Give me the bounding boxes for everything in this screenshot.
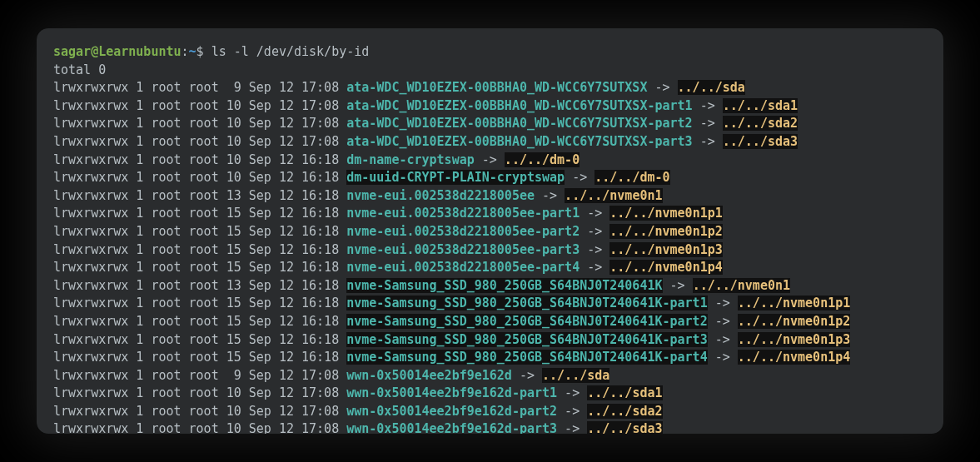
arrow-icon: -> — [565, 170, 594, 185]
command-text — [204, 44, 211, 59]
arrow-icon: -> — [708, 296, 738, 310]
symlink-target: ../../nvme0n1p2 — [609, 224, 722, 239]
file-perms: lrwxrwxrwx 1 root root 13 Sep 12 16:18 — [53, 278, 346, 293]
list-row: lrwxrwxrwx 1 root root 15 Sep 12 16:18 n… — [53, 241, 927, 260]
arrow-icon: -> — [557, 404, 587, 419]
symlink-name: wwn-0x50014ee2bf9e162d-part3 — [346, 421, 557, 434]
list-row: lrwxrwxrwx 1 root root 15 Sep 12 16:18 n… — [53, 349, 927, 367]
arrow-icon: -> — [693, 98, 723, 113]
list-row: lrwxrwxrwx 1 root root 15 Sep 12 16:18 n… — [53, 205, 927, 223]
symlink-name: dm-uuid-CRYPT-PLAIN-cryptswap — [346, 170, 565, 185]
list-row: lrwxrwxrwx 1 root root 10 Sep 12 16:18 d… — [53, 169, 927, 187]
list-row: lrwxrwxrwx 1 root root 15 Sep 12 16:18 n… — [53, 313, 927, 331]
file-perms: lrwxrwxrwx 1 root root 15 Sep 12 16:18 — [53, 260, 346, 275]
arrow-icon: -> — [580, 260, 609, 275]
symlink-target: ../../nvme0n1p4 — [609, 260, 722, 275]
symlink-target: ../../dm-0 — [505, 152, 580, 167]
list-row: lrwxrwxrwx 1 root root 9 Sep 12 17:08 at… — [53, 79, 927, 97]
file-perms: lrwxrwxrwx 1 root root 10 Sep 12 16:18 — [53, 170, 346, 185]
list-row: lrwxrwxrwx 1 root root 10 Sep 12 17:08 a… — [53, 133, 927, 152]
file-perms: lrwxrwxrwx 1 root root 15 Sep 12 16:18 — [53, 224, 346, 239]
symlink-name: nvme-Samsung_SSD_980_250GB_S64BNJ0T24064… — [346, 332, 707, 347]
prompt-line: sagar@Learnubuntu:~$ ls -l /dev/disk/by-… — [53, 43, 927, 62]
arrow-icon: -> — [708, 350, 738, 365]
prompt-path: ~ — [189, 44, 196, 59]
prompt-user: sagar — [53, 44, 91, 59]
arrow-icon: -> — [580, 206, 609, 221]
terminal-window[interactable]: sagar@Learnubuntu:~$ ls -l /dev/disk/by-… — [37, 28, 943, 434]
file-perms: lrwxrwxrwx 1 root root 10 Sep 12 17:08 — [53, 421, 346, 434]
arrow-icon: -> — [557, 385, 587, 400]
file-perms: lrwxrwxrwx 1 root root 15 Sep 12 16:18 — [53, 242, 346, 257]
prompt-symbol: $ — [196, 44, 204, 59]
file-perms: lrwxrwxrwx 1 root root 13 Sep 12 16:18 — [53, 188, 346, 203]
symlink-name: nvme-eui.002538d2218005ee — [346, 188, 535, 203]
file-perms: lrwxrwxrwx 1 root root 10 Sep 12 17:08 — [53, 385, 346, 400]
symlink-target: ../../sda2 — [587, 404, 662, 419]
file-perms: lrwxrwxrwx 1 root root 9 Sep 12 17:08 — [53, 368, 346, 383]
symlink-target: ../../nvme0n1p3 — [738, 332, 850, 347]
arrow-icon: -> — [693, 134, 723, 149]
arrow-icon: -> — [580, 224, 609, 239]
symlink-name: wwn-0x50014ee2bf9e162d — [346, 368, 512, 383]
symlink-name: wwn-0x50014ee2bf9e162d-part2 — [346, 404, 557, 419]
list-row: lrwxrwxrwx 1 root root 13 Sep 12 16:18 n… — [53, 277, 927, 296]
total-line: total 0 — [53, 62, 927, 80]
file-perms: lrwxrwxrwx 1 root root 10 Sep 12 17:08 — [53, 98, 346, 113]
symlink-name: nvme-Samsung_SSD_980_250GB_S64BNJ0T24064… — [346, 350, 707, 365]
symlink-name: dm-name-cryptswap — [346, 152, 475, 167]
symlink-target: ../../sda1 — [587, 385, 662, 400]
list-row: lrwxrwxrwx 1 root root 9 Sep 12 17:08 ww… — [53, 367, 927, 385]
arrow-icon: -> — [535, 188, 565, 203]
symlink-name: nvme-eui.002538d2218005ee-part4 — [346, 260, 580, 275]
list-row: lrwxrwxrwx 1 root root 10 Sep 12 17:08 a… — [53, 97, 927, 116]
symlink-name: ata-WDC_WD10EZEX-00BBHA0_WD-WCC6Y7SUTXSX… — [346, 134, 692, 149]
list-row: lrwxrwxrwx 1 root root 15 Sep 12 16:18 n… — [53, 331, 927, 350]
file-perms: lrwxrwxrwx 1 root root 15 Sep 12 16:18 — [53, 332, 346, 347]
list-row: lrwxrwxrwx 1 root root 15 Sep 12 16:18 n… — [53, 223, 927, 241]
symlink-name: nvme-Samsung_SSD_980_250GB_S64BNJ0T24064… — [346, 314, 707, 329]
symlink-target: ../../sda3 — [587, 421, 662, 434]
symlink-target: ../../nvme0n1p4 — [738, 350, 850, 365]
symlink-name: nvme-Samsung_SSD_980_250GB_S64BNJ0T24064… — [346, 296, 707, 310]
symlink-name: nvme-eui.002538d2218005ee-part3 — [346, 242, 580, 257]
symlink-target: ../../nvme0n1p1 — [609, 206, 722, 221]
listing: lrwxrwxrwx 1 root root 9 Sep 12 17:08 at… — [53, 79, 927, 434]
arrow-icon: -> — [663, 278, 693, 293]
prompt-at: @ — [91, 44, 98, 59]
symlink-target: ../../nvme0n1 — [565, 188, 662, 203]
file-perms: lrwxrwxrwx 1 root root 15 Sep 12 16:18 — [53, 206, 346, 221]
symlink-name: ata-WDC_WD10EZEX-00BBHA0_WD-WCC6Y7SUTXSX… — [346, 98, 692, 113]
file-perms: lrwxrwxrwx 1 root root 10 Sep 12 17:08 — [53, 116, 346, 131]
arrow-icon: -> — [512, 368, 542, 383]
symlink-target: ../../sda3 — [723, 134, 798, 149]
arrow-icon: -> — [647, 80, 677, 95]
symlink-name: ata-WDC_WD10EZEX-00BBHA0_WD-WCC6Y7SUTXSX — [346, 80, 647, 95]
command: ls -l /dev/disk/by-id — [211, 44, 370, 59]
list-row: lrwxrwxrwx 1 root root 15 Sep 12 16:18 n… — [53, 295, 927, 313]
symlink-target: ../../sda2 — [723, 116, 798, 131]
arrow-icon: -> — [580, 242, 609, 257]
prompt-host: Learnubuntu — [98, 44, 181, 59]
file-perms: lrwxrwxrwx 1 root root 15 Sep 12 16:18 — [53, 314, 346, 329]
arrow-icon: -> — [475, 152, 505, 167]
symlink-target: ../../nvme0n1p3 — [609, 242, 722, 257]
file-perms: lrwxrwxrwx 1 root root 9 Sep 12 17:08 — [53, 80, 346, 95]
file-perms: lrwxrwxrwx 1 root root 15 Sep 12 16:18 — [53, 296, 346, 310]
list-row: lrwxrwxrwx 1 root root 13 Sep 12 16:18 n… — [53, 187, 927, 206]
file-perms: lrwxrwxrwx 1 root root 10 Sep 12 17:08 — [53, 134, 346, 149]
arrow-icon: -> — [708, 332, 738, 347]
arrow-icon: -> — [693, 116, 723, 131]
symlink-target: ../../sda — [542, 368, 609, 383]
list-row: lrwxrwxrwx 1 root root 10 Sep 12 17:08 w… — [53, 403, 927, 421]
symlink-target: ../../nvme0n1p2 — [738, 314, 850, 329]
symlink-name: ata-WDC_WD10EZEX-00BBHA0_WD-WCC6Y7SUTXSX… — [346, 116, 692, 131]
symlink-name: wwn-0x50014ee2bf9e162d-part1 — [346, 385, 557, 400]
list-row: lrwxrwxrwx 1 root root 10 Sep 12 17:08 a… — [53, 115, 927, 133]
arrow-icon: -> — [708, 314, 738, 329]
list-row: lrwxrwxrwx 1 root root 10 Sep 12 16:18 d… — [53, 152, 927, 170]
list-row: lrwxrwxrwx 1 root root 10 Sep 12 17:08 w… — [53, 420, 927, 434]
symlink-name: nvme-eui.002538d2218005ee-part1 — [346, 206, 580, 221]
file-perms: lrwxrwxrwx 1 root root 10 Sep 12 16:18 — [53, 152, 346, 167]
list-row: lrwxrwxrwx 1 root root 15 Sep 12 16:18 n… — [53, 259, 927, 277]
